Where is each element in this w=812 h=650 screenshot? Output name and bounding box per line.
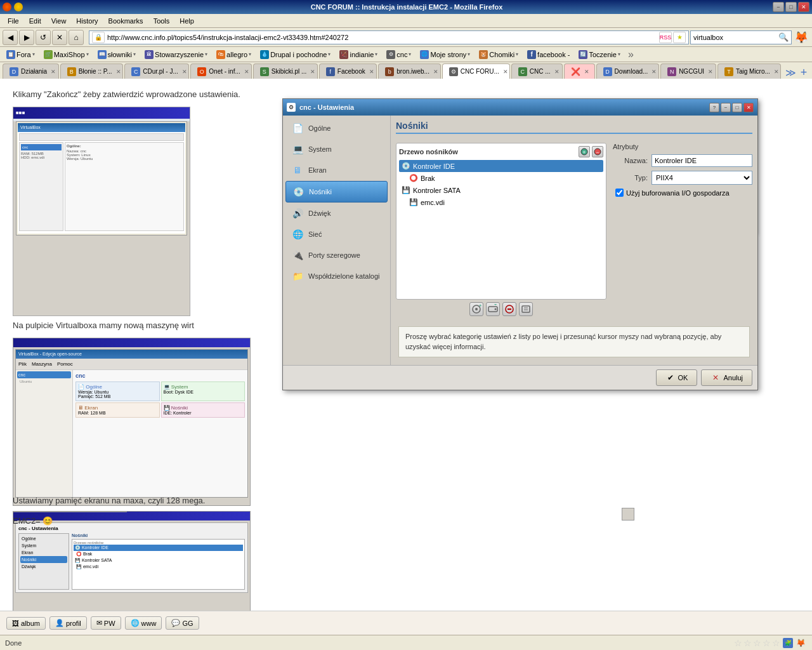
sidebar-siec[interactable]: 🌐 Sieć bbox=[285, 224, 388, 244]
minimize-button[interactable]: − bbox=[773, 2, 784, 12]
menu-tools[interactable]: Tools bbox=[148, 16, 175, 26]
sidebar-dzwiek[interactable]: 🔊 Dźwięk bbox=[285, 203, 388, 223]
remove-controller-btn[interactable]: − bbox=[592, 146, 603, 157]
sidebar-system[interactable]: 💻 System bbox=[285, 139, 388, 159]
menu-file[interactable]: File bbox=[3, 16, 24, 26]
footer-pw[interactable]: ✉ PW bbox=[91, 616, 121, 630]
bookmark-allegro[interactable]: 🛍 allegro ▾ bbox=[213, 49, 255, 60]
tree-header: Drzewo nośników + − bbox=[399, 146, 603, 157]
nazwa-input[interactable] bbox=[652, 154, 752, 167]
bookmark-maxishop[interactable]: 🛒 MaxiShop ▾ bbox=[40, 49, 93, 60]
tab-close-icon[interactable]: ✕ bbox=[116, 69, 121, 75]
address-bar[interactable]: 🔒 http://www.cnc.info.pl/topics54/instru… bbox=[89, 30, 689, 44]
search-input[interactable] bbox=[693, 34, 778, 41]
vbox-help-btn[interactable]: ? bbox=[709, 103, 719, 112]
tree-item-kontroler-ide[interactable]: 💿 Kontroler IDE bbox=[399, 160, 603, 172]
bookmark-fora[interactable]: 📋 Fora ▾ bbox=[3, 49, 39, 60]
sidebar-nosniki[interactable]: 💿 Nośniki bbox=[285, 181, 388, 202]
kontroler-sata-icon: 💾 bbox=[402, 186, 410, 194]
search-button[interactable]: 🔍 bbox=[778, 32, 789, 42]
tab-cnc2[interactable]: C CNC ... ✕ bbox=[511, 63, 563, 79]
home-button[interactable]: ⌂ bbox=[69, 30, 84, 45]
menu-bookmarks[interactable]: Bookmarks bbox=[103, 16, 148, 26]
stop-button[interactable]: ✕ bbox=[52, 30, 67, 45]
reload-button[interactable]: ↺ bbox=[36, 30, 51, 45]
bookmark-stowarzyszenie[interactable]: 🏛 Stowarzyszenie ▾ bbox=[141, 49, 211, 60]
vbox-close-btn[interactable]: ✕ bbox=[743, 103, 754, 112]
tab-close-icon[interactable]: ✕ bbox=[433, 69, 438, 75]
tab-close-icon[interactable]: ✕ bbox=[554, 69, 560, 75]
close-button[interactable]: ✕ bbox=[798, 2, 809, 12]
tab-close-icon[interactable]: ✕ bbox=[182, 69, 187, 75]
nazwa-label: Nazwa: bbox=[613, 157, 648, 164]
title-bar: CNC FORUM :: Instrukcja instalacji EMC2 … bbox=[0, 0, 812, 14]
forward-button[interactable]: ▶ bbox=[19, 30, 34, 45]
tab-close-icon[interactable]: ✕ bbox=[503, 69, 508, 75]
bookmark-slowniki[interactable]: 📖 słowniki ▾ bbox=[94, 49, 140, 60]
addon-button[interactable]: 🦊 bbox=[793, 29, 809, 46]
add-cd-btn[interactable]: + bbox=[469, 302, 483, 316]
tab-close-icon[interactable]: ✕ bbox=[774, 69, 779, 75]
vbox-max-btn[interactable]: □ bbox=[732, 103, 742, 112]
tab-close-icon[interactable]: ✕ bbox=[652, 69, 657, 75]
back-button[interactable]: ◀ bbox=[3, 30, 18, 45]
footer-www[interactable]: 🌐 www bbox=[125, 616, 162, 630]
sidebar-ekran[interactable]: 🖥 Ekran bbox=[285, 160, 388, 180]
sidebar-ogolne[interactable]: 📄 Ogólne bbox=[285, 118, 388, 138]
tab-close-icon[interactable]: ✕ bbox=[584, 69, 589, 75]
tab-dzialania[interactable]: D Działania ✕ bbox=[3, 63, 59, 79]
tab-download[interactable]: D Download... ✕ bbox=[596, 63, 660, 79]
add-hdd-btn[interactable]: + bbox=[486, 302, 500, 316]
tab-close-icon[interactable]: ✕ bbox=[310, 69, 315, 75]
add-controller-btn[interactable]: + bbox=[579, 146, 590, 157]
maximize-button[interactable]: □ bbox=[785, 2, 797, 12]
menu-edit[interactable]: Edit bbox=[24, 16, 46, 26]
tab-close-icon[interactable]: ✕ bbox=[708, 69, 713, 75]
tree-item-emcvdi[interactable]: 💾 emc.vdi bbox=[399, 196, 603, 208]
bookmark-moje-strony[interactable]: 🌐 Moje strony ▾ bbox=[416, 49, 474, 60]
tab-skibicki[interactable]: S Skibicki.pl ... ✕ bbox=[253, 63, 318, 79]
tab-facebook[interactable]: f Facebook ✕ bbox=[319, 63, 377, 79]
attrs-title: Atrybuty bbox=[613, 143, 752, 150]
buforowanie-checkbox[interactable] bbox=[615, 189, 624, 197]
sidebar-wspoldzielone[interactable]: 📁 Współdzielone katalogi bbox=[285, 266, 388, 286]
tab-bron[interactable]: b bron.iweb... ✕ bbox=[378, 63, 441, 79]
ok-button[interactable]: ✔ OK bbox=[656, 369, 698, 386]
bookmark-toczenie[interactable]: 🔄 Toczenie ▾ bbox=[575, 49, 624, 60]
bookmark-indianie[interactable]: 🏹 indianie ▾ bbox=[336, 49, 381, 60]
typ-select[interactable]: PIIX4 PIIX3 ICH6 bbox=[652, 171, 752, 185]
cancel-icon: ✕ bbox=[710, 373, 721, 383]
vbox-min-btn[interactable]: − bbox=[721, 103, 731, 112]
tab-close-icon[interactable]: ✕ bbox=[244, 69, 249, 75]
bookmark-drupal[interactable]: 💧 Drupal i pochodne ▾ bbox=[256, 49, 334, 60]
properties-btn[interactable] bbox=[519, 302, 533, 316]
menu-help[interactable]: Help bbox=[174, 16, 199, 26]
tab-ngcgui[interactable]: N NGCGUI ✕ bbox=[660, 63, 716, 79]
tab-close-icon[interactable]: ✕ bbox=[369, 69, 374, 75]
tab-onet[interactable]: O Onet - inf... ✕ bbox=[190, 63, 251, 79]
add-tab-button[interactable]: + bbox=[798, 66, 809, 79]
bookmarks-more-button[interactable]: » bbox=[625, 49, 636, 60]
remove-storage-btn[interactable] bbox=[502, 302, 516, 316]
bookmark-chomiki[interactable]: 🐹 Chomiki ▾ bbox=[475, 49, 522, 60]
tree-item-brak[interactable]: ⭕ Brak bbox=[399, 172, 603, 184]
sidebar-porty[interactable]: 🔌 Porty szeregowe bbox=[285, 245, 388, 265]
tab-taig[interactable]: T Taig Micro... ✕ bbox=[717, 63, 782, 79]
menu-history[interactable]: History bbox=[71, 16, 103, 26]
tree-item-kontroler-sata[interactable]: 💾 Kontroler SATA bbox=[399, 184, 603, 196]
bookmark-cnc[interactable]: ⚙ cnc ▾ bbox=[383, 49, 415, 60]
storage-tree-buttons: + + bbox=[396, 300, 606, 319]
tab-cnc-forum[interactable]: ⚙ CNC FORU... ✕ bbox=[442, 63, 510, 79]
footer-gg[interactable]: 💬 GG bbox=[166, 616, 199, 630]
tab-cdur[interactable]: C CDur.pl - J... ✕ bbox=[124, 63, 189, 79]
tab-error[interactable]: ❌ ✕ bbox=[564, 63, 595, 79]
tab-close-icon[interactable]: ✕ bbox=[51, 69, 56, 75]
bookmark-facebook[interactable]: f facebook - bbox=[523, 49, 573, 60]
footer-album[interactable]: 🖼 album bbox=[6, 617, 46, 630]
footer-profil[interactable]: 👤 profil bbox=[49, 616, 87, 630]
vbox-dialog-body: 📄 Ogólne 💻 System 🖥 Ekran 💿 Nośniki 🔊 bbox=[283, 116, 757, 390]
new-tab-button[interactable]: ≫ bbox=[785, 66, 796, 79]
tab-blonie[interactable]: B Błonie :: P... ✕ bbox=[60, 63, 123, 79]
menu-view[interactable]: View bbox=[46, 16, 72, 26]
cancel-button[interactable]: ✕ Anuluj bbox=[701, 369, 752, 386]
